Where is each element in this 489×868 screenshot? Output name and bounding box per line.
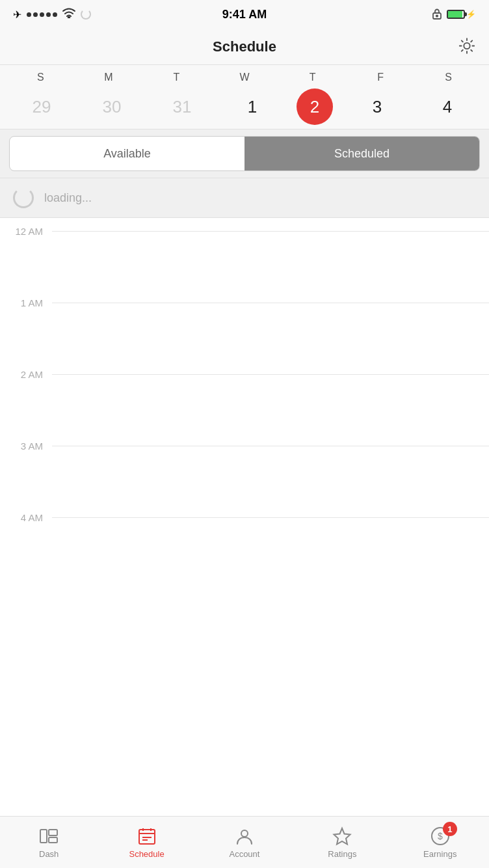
calendar-day-3[interactable]: 3 [351,88,403,125]
toggle-section: Available Scheduled [0,129,489,178]
gear-icon [458,36,476,55]
day-header-thu: T [287,72,339,83]
time-label-3am: 3 AM [0,439,52,452]
calendar-day-2-today[interactable]: 2 [297,88,333,125]
calendar-day-1[interactable]: 1 [226,88,278,125]
day-header-fri: F [354,72,406,83]
day-header-sat: S [423,72,475,83]
day-headers: S M T W T F S [0,72,489,83]
svg-rect-4 [40,830,47,843]
nav-header: Schedule [0,29,489,65]
tab-account-label: Account [229,849,259,859]
time-slot-1am: 1 AM [0,290,489,361]
settings-button[interactable] [458,36,476,57]
tab-account[interactable]: Account [205,826,284,859]
calendar-section: S M T W T F S 29 30 31 1 2 3 4 [0,65,489,129]
time-label-1am: 1 AM [0,296,52,308]
view-toggle: Available Scheduled [9,136,480,171]
loading-bar: loading... [0,178,489,218]
bolt-icon: ⚡ [466,10,476,19]
time-slot-12am: 12 AM [0,218,489,290]
loading-spinner-icon [13,187,34,208]
calendar-day-30[interactable]: 30 [86,88,138,125]
time-label-12am: 12 AM [0,224,52,237]
svg-point-13 [241,830,248,837]
available-tab[interactable]: Available [10,137,244,170]
tab-schedule-label: Schedule [129,849,164,859]
earnings-icon: $ 1 [430,826,451,847]
day-header-mon: M [83,72,135,83]
time-label-4am: 4 AM [0,511,52,523]
day-header-sun: S [14,72,66,83]
calendar-day-4[interactable]: 4 [421,88,473,125]
time-line-12am [52,231,489,232]
day-header-wed: W [218,72,271,83]
day-header-tue: T [150,72,202,83]
schedule-icon [137,826,157,847]
calendar-day-29[interactable]: 29 [16,88,68,125]
earnings-badge: 1 [443,822,457,836]
status-left: ✈ [13,8,91,21]
tab-dash[interactable]: Dash [10,826,88,859]
svg-text:$: $ [438,831,443,841]
loading-text: loading... [44,191,92,205]
tab-ratings[interactable]: Ratings [303,826,381,859]
svg-point-0 [68,17,70,18]
tab-dash-label: Dash [39,849,59,859]
day-numbers: 29 30 31 1 2 3 4 [0,88,489,125]
loading-spinner [81,9,91,20]
dash-icon [38,826,59,847]
time-slot-4am: 4 AM [0,504,489,576]
svg-rect-5 [49,830,57,835]
svg-rect-6 [49,837,57,843]
lock-icon [431,8,443,21]
time-slot-2am: 2 AM [0,361,489,433]
calendar-day-31[interactable]: 31 [156,88,208,125]
status-bar: ✈ 9:41 AM ⚡ [0,0,489,29]
tab-ratings-label: Ratings [328,849,356,859]
time-line-2am [52,374,489,375]
time-grid: 12 AM 1 AM 2 AM 3 AM 4 AM [0,218,489,817]
tab-earnings-label: Earnings [423,849,456,859]
svg-point-3 [464,42,469,48]
time-line-3am [52,446,489,446]
tab-schedule[interactable]: Schedule [108,826,186,859]
tab-bar: Dash Schedule Account [0,816,489,868]
status-time: 9:41 AM [222,8,267,21]
scheduled-tab[interactable]: Scheduled [244,137,479,170]
svg-marker-14 [334,828,350,845]
account-icon [234,826,255,847]
battery: ⚡ [447,10,476,19]
status-right: ⚡ [431,8,476,21]
time-label-2am: 2 AM [0,368,52,380]
airplane-icon: ✈ [13,8,21,21]
time-slot-3am: 3 AM [0,433,489,504]
time-line-4am [52,517,489,518]
signal-dots [27,12,57,17]
time-line-1am [52,303,489,303]
wifi-icon [62,8,75,21]
svg-point-2 [436,15,438,16]
page-title: Schedule [213,38,276,55]
tab-earnings[interactable]: $ 1 Earnings [401,826,479,859]
ratings-icon [332,826,352,847]
